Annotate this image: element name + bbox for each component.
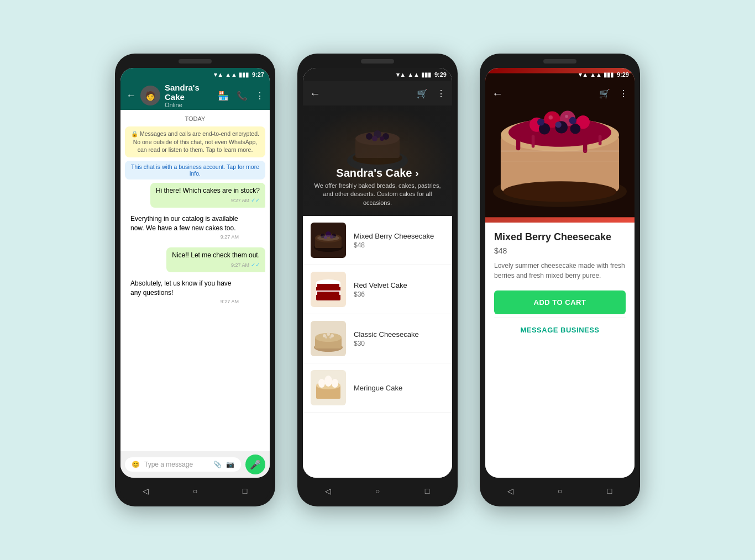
back-nav-button[interactable]: ◁ [322,485,334,497]
svg-point-7 [372,136,378,141]
svg-point-31 [327,332,330,336]
phone-1-nav-bar: ◁ ○ □ [120,481,270,501]
chat-action-icons: 🏪 📞 ⋮ [218,91,264,101]
back-icon[interactable]: ← [126,90,136,102]
svg-rect-49 [599,135,602,145]
phone-2-nav-bar: ◁ ○ □ [303,481,452,501]
message-bubble-2: Everything in our catalog is available n… [125,211,244,244]
message-meta-1: 9:27 AM ✓✓ [156,197,260,204]
svg-point-4 [366,133,373,140]
svg-point-40 [332,379,338,388]
svg-rect-47 [532,135,535,147]
message-bubble-3: Nice!! Let me check them out. 9:27 AM ✓✓ [166,247,265,272]
message-time-4: 9:27 AM [221,298,239,305]
catalog-item-3[interactable]: Classic Cheesecake $30 [303,314,452,363]
svg-point-59 [555,121,562,128]
catalog-banner: Sandra's Cake › We offer freshly baked b… [303,105,452,216]
home-nav-button[interactable]: ○ [371,485,384,497]
message-business-button[interactable]: MESSAGE BUSINESS [494,318,626,342]
message-bubble-1: Hi there! Which cakes are in stock? 9:27… [150,183,265,208]
wifi-icon: ▲▲ [407,71,420,78]
svg-point-34 [329,336,332,339]
phone-1-speaker [179,59,212,64]
emoji-icon: 😊 [132,461,140,468]
chat-header: ← 🧑 Sandra's Cake Online 🏪 📞 ⋮ [120,81,270,110]
message-meta-2: 9:27 AM [130,234,239,241]
home-nav-button[interactable]: ○ [189,485,201,497]
phone-2-speaker [361,59,394,64]
phone-3-nav-bar: ◁ ○ □ [485,481,635,501]
chat-title-block: Sandra's Cake Online [165,83,213,108]
recents-nav-button[interactable]: □ [421,485,433,497]
phone-3: ▾▲ ▲▲ ▮▮▮ 9:29 ← 🛒 ⋮ [480,54,640,506]
message-meta-4: 9:27 AM [130,298,239,305]
catalog-item-1-price: $48 [354,241,434,249]
back-nav-button[interactable]: ◁ [139,485,151,497]
add-to-cart-button[interactable]: ADD TO CART [494,290,626,314]
phone-1-status-bar: ▾▲ ▲▲ ▮▮▮ 9:27 [120,68,270,81]
phone-3-screen: ▾▲ ▲▲ ▮▮▮ 9:29 ← 🛒 ⋮ [485,68,635,478]
recents-nav-button[interactable]: □ [604,485,616,497]
contact-name: Sandra's Cake [165,83,213,102]
catalog-back-icon[interactable]: ← [310,87,321,100]
phone-2-screen: ▾▲ ▲▲ ▮▮▮ 9:29 ← 🛒 ⋮ [303,68,452,478]
svg-point-56 [570,124,581,134]
catalog-list: Mixed Berry Cheesecake $48 [303,216,452,478]
message-text-3: Nice!! Let me check them out. [172,251,260,259]
phone-1-screen: ▾▲ ▲▲ ▮▮▮ 9:27 ← 🧑 Sandra's Cake Online … [120,68,270,478]
catalog-more-icon[interactable]: ⋮ [437,88,445,99]
svg-rect-62 [501,150,619,152]
product-back-icon[interactable]: ← [492,87,503,100]
svg-rect-48 [583,135,587,153]
message-text-1: Hi there! Which cakes are in stock? [156,187,260,194]
chat-input-bar: 😊 Type a message 📎 📷 🎤 [120,451,270,478]
battery-icon: ▮▮▮ [604,71,614,78]
battery-icon: ▮▮▮ [239,71,249,78]
svg-rect-46 [516,135,520,150]
wifi-icon: ▲▲ [225,71,237,78]
catalog-banner-content: Sandra's Cake › We offer freshly baked b… [303,167,452,207]
back-nav-button[interactable]: ◁ [504,485,516,497]
catalog-item-1-image [311,223,346,258]
attach-icon[interactable]: 📎 [213,461,222,468]
catalog-item-3-price: $30 [354,340,419,347]
catalog-item-2-image [311,272,346,307]
signal-icon: ▾▲ [579,71,588,78]
catalog-item-2-name: Red Velvet Cake [354,281,407,289]
product-description: Lovely summer cheesecake made with fresh… [494,261,626,281]
product-cart-icon[interactable]: 🛒 [599,88,610,99]
catalog-item-2-info: Red Velvet Cake $36 [354,281,407,298]
recents-nav-button[interactable]: □ [239,485,251,497]
catalog-item-4-name: Meringue Cake [354,384,402,392]
svg-rect-25 [317,292,339,295]
status-time: 9:27 [252,71,264,78]
catalog-item-2[interactable]: Red Velvet Cake $36 [303,265,452,314]
svg-point-57 [537,119,544,126]
chat-input-field[interactable]: 😊 Type a message 📎 📷 [125,457,241,472]
catalog-item-3-name: Classic Cheesecake [354,330,419,339]
encryption-notice: 🔒 Messages and calls are end-to-end encr… [125,126,265,157]
message-text-2: Everything in our catalog is available n… [130,215,238,232]
catalog-item-3-image [311,321,346,356]
product-more-icon[interactable]: ⋮ [619,88,628,99]
home-nav-button[interactable]: ○ [554,485,566,497]
business-description: We offer freshly baked breads, cakes, pa… [303,182,452,207]
store-icon[interactable]: 🏪 [218,91,229,101]
phone-2: ▾▲ ▲▲ ▮▮▮ 9:29 ← 🛒 ⋮ [297,54,458,506]
svg-rect-63 [501,161,619,162]
more-options-icon[interactable]: ⋮ [255,91,264,101]
svg-point-64 [504,181,617,202]
catalog-item-4[interactable]: Meringue Cake [303,363,452,413]
phone-2-status-bar: ▾▲ ▲▲ ▮▮▮ 9:29 [303,68,452,81]
catalog-cart-icon[interactable]: 🛒 [417,88,428,99]
call-add-icon[interactable]: 📞 [237,91,248,101]
svg-point-38 [318,379,325,388]
message-text-4: Absolutely, let us know if you have any … [130,279,232,297]
catalog-item-1[interactable]: Mixed Berry Cheesecake $48 [303,216,452,265]
message-time-3: 9:27 AM [231,262,249,269]
svg-point-33 [325,336,327,339]
mic-button[interactable]: 🎤 [245,455,265,474]
camera-icon[interactable]: 📷 [226,461,234,468]
signal-icon: ▾▲ [214,71,223,78]
read-tick-3: ✓✓ [251,261,260,269]
